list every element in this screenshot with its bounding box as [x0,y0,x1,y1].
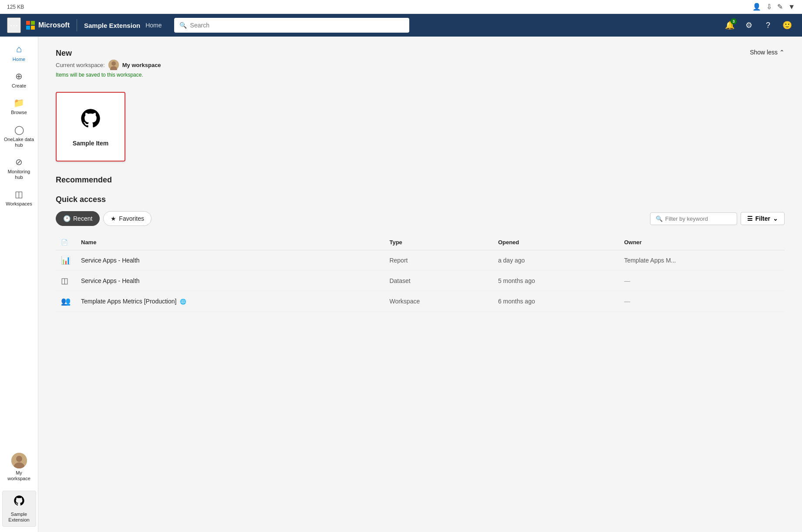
navbar-divider [77,19,77,31]
row-opened-cell: a day ago [493,250,619,271]
svg-point-4 [111,61,116,66]
sidebar-label-extension: Sample Extension [4,512,34,523]
star-icon: ★ [111,215,116,222]
sample-item-card[interactable]: Sample Item [56,92,125,162]
workspaces-icon: ◫ [15,189,23,199]
row-icon-cell: ◫ [56,271,76,291]
row-owner-cell: Template Apps M... [619,250,785,271]
tab-favorites[interactable]: ★ Favorites [103,211,152,226]
row-type-cell: Report [384,250,492,271]
tab-recent[interactable]: 🕐 Recent [56,211,100,226]
feedback-button[interactable]: 🙂 [779,17,795,33]
tabs-left: 🕐 Recent ★ Favorites [56,211,152,226]
filter-chevron-icon: ⌄ [773,215,778,222]
home-nav-link[interactable]: Home [145,22,162,29]
sample-item-label: Sample Item [73,140,108,147]
workspace-hint: Items will be saved to this workspace. [56,72,161,78]
filter-label: Filter [755,215,770,222]
new-items-row: Sample Item [56,92,785,162]
sidebar-label-monitoring: Monitoring hub [4,169,34,180]
svg-point-1 [16,456,22,462]
row-owner-cell: — [619,291,785,312]
quick-access-section: Quick access 🕐 Recent ★ Favorites 🔍 [56,195,785,312]
edit-icon[interactable]: ✎ [777,3,783,11]
dataset-icon: ◫ [61,276,68,285]
row-name-cell: Service Apps - Health [76,271,384,291]
download-icon[interactable]: ⇩ [766,3,772,11]
avatar [11,453,27,468]
row-opened-cell: 5 months ago [493,271,619,291]
chevron-up-icon: ⌃ [779,49,785,56]
navbar: ⋯ Microsoft Sample Extension Home 🔍 🔔 3 … [0,14,802,37]
new-header-left: New Current workspace: My workspace Item… [56,49,161,85]
new-section-header: New Current workspace: My workspace Item… [56,49,785,85]
search-input[interactable] [190,22,404,29]
topbar-icons: 👤 ⇩ ✎ ▼ [752,3,795,11]
help-button[interactable]: ? [760,17,776,33]
workspace-info: Current workspace: My workspace [56,60,161,70]
quick-access-tabs: 🕐 Recent ★ Favorites 🔍 Filter by keyword… [56,211,785,226]
quick-access-title: Quick access [56,195,785,204]
account-icon[interactable]: 👤 [752,3,761,11]
sidebar-item-onelake[interactable]: ◯ OneLake data hub [2,121,36,152]
navbar-actions: 🔔 3 ⚙ ? 🙂 [722,17,795,33]
sidebar-item-workspaces[interactable]: ◫ Workspaces [2,185,36,210]
new-section-title: New [56,49,161,58]
row-name-cell: Service Apps - Health [76,250,384,271]
bar-chart-icon: 📊 [61,256,71,265]
sidebar-label-home: Home [13,57,25,62]
topbar-meta: 125 KB 👤 ⇩ ✎ ▼ [0,0,802,14]
row-owner-cell: — [619,271,785,291]
table-row[interactable]: 📊 Service Apps - Health Report a day ago… [56,250,785,271]
app-name: Sample Extension [84,22,140,29]
search-icon: 🔍 [179,22,187,29]
show-less-button[interactable]: Show less ⌃ [750,49,785,56]
ms-logo-icon [26,21,35,30]
table-body: 📊 Service Apps - Health Report a day ago… [56,250,785,312]
settings-button[interactable]: ⚙ [741,17,757,33]
filter-input-container[interactable]: 🔍 Filter by keyword [650,212,737,225]
sidebar-label-workspaces: Workspaces [6,201,32,207]
home-icon: ⌂ [16,44,22,55]
onelake-icon: ◯ [14,125,24,135]
sidebar-item-monitoring[interactable]: ⊘ Monitoring hub [2,153,36,184]
file-icon: 📄 [61,239,68,246]
filter-area: 🔍 Filter by keyword ☰ Filter ⌄ [650,212,785,225]
sidebar-label-my-workspace: My workspace [4,470,34,481]
waffle-menu-button[interactable]: ⋯ [7,17,21,33]
filter-button[interactable]: ☰ Filter ⌄ [741,212,785,225]
sidebar-item-create[interactable]: ⊕ Create [2,67,36,92]
recommended-title: Recommended [56,175,785,185]
quick-access-table: 📄 Name Type Opened Owner 📊 Service Apps … [56,235,785,312]
app-layout: ⌂ Home ⊕ Create 📁 Browse ◯ OneLake data … [0,37,802,532]
row-type-cell: Workspace [384,291,492,312]
sidebar-item-home[interactable]: ⌂ Home [2,40,36,66]
main-content: New Current workspace: My workspace Item… [38,37,802,532]
chevron-down-icon[interactable]: ▼ [788,3,795,11]
sidebar: ⌂ Home ⊕ Create 📁 Browse ◯ OneLake data … [0,37,38,532]
table-header: 📄 Name Type Opened Owner [56,235,785,250]
notifications-button[interactable]: 🔔 3 [722,17,738,33]
row-icon-cell: 📊 [56,250,76,271]
file-size-label: 125 KB [7,4,24,10]
microsoft-label: Microsoft [38,21,70,29]
show-less-label: Show less [750,49,778,56]
table-row[interactable]: ◫ Service Apps - Health Dataset 5 months… [56,271,785,291]
filter-icon: ☰ [747,215,753,222]
col-header-type: Type [384,235,492,250]
sidebar-item-my-workspace[interactable]: My workspace [2,449,36,485]
monitoring-icon: ⊘ [15,157,23,167]
sample-item-github-icon [79,107,102,135]
filter-search-icon: 🔍 [656,215,663,222]
sidebar-label-create: Create [12,83,26,89]
col-header-owner: Owner [619,235,785,250]
sidebar-label-onelake: OneLake data hub [4,137,34,148]
tab-recent-label: Recent [73,215,92,222]
table-row[interactable]: 👥 Template Apps Metrics [Production] 🌐 W… [56,291,785,312]
col-header-icon: 📄 [56,235,76,250]
row-name-cell: Template Apps Metrics [Production] 🌐 [76,291,384,312]
sidebar-item-browse[interactable]: 📁 Browse [2,94,36,119]
filter-placeholder: Filter by keyword [665,215,708,222]
sidebar-item-extension[interactable]: Sample Extension [2,491,36,527]
microsoft-logo: Microsoft [26,21,70,30]
